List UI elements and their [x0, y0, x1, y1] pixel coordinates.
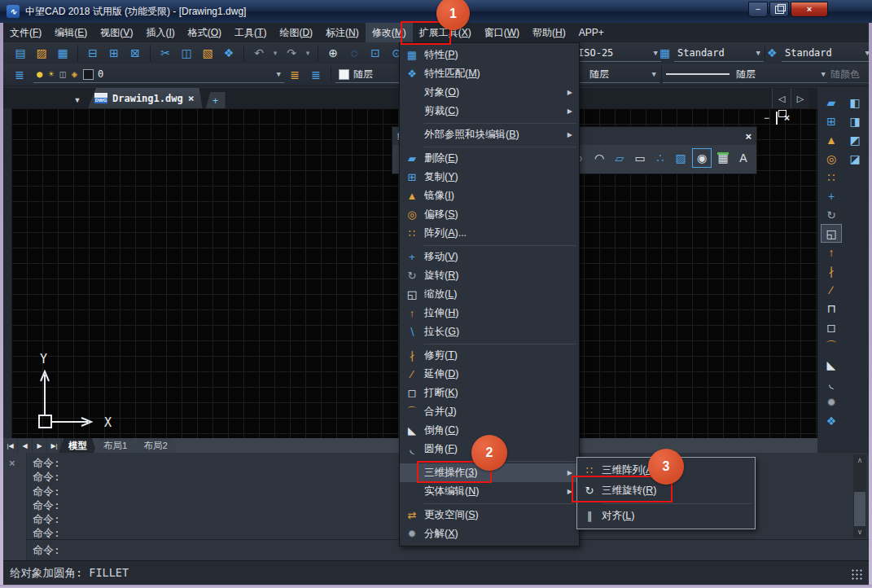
menu-item-lengthen[interactable]: ∖拉长(G): [400, 323, 579, 341]
doc-tab-close-icon[interactable]: ×: [188, 92, 195, 104]
publish-button[interactable]: ⊠: [125, 44, 145, 62]
linetype-combo[interactable]: 随层 ▼: [663, 66, 829, 83]
break-at-point-button[interactable]: ⊓: [821, 299, 842, 318]
send-to-back-button[interactable]: ◨: [844, 112, 865, 130]
layout-tab-布局2[interactable]: 布局2: [134, 438, 177, 453]
menu-item-object[interactable]: 对象(O)▶: [400, 83, 579, 102]
array-button[interactable]: ∷: [821, 168, 842, 186]
doc-tab-menu-button[interactable]: ▼: [68, 92, 86, 108]
redo-button[interactable]: ↷: [282, 44, 301, 62]
menu-item-rotate[interactable]: ↻旋转(R): [400, 266, 579, 285]
rotate-button[interactable]: ↻: [821, 205, 842, 224]
command-scrollbar[interactable]: ∧ ∨: [853, 454, 866, 538]
minimize-button[interactable]: −: [748, 2, 768, 17]
layout-nav-button-1[interactable]: ◀: [18, 438, 33, 453]
insert-block-button[interactable]: ▱: [611, 149, 629, 167]
menu-item-scale[interactable]: ◱缩放(L): [400, 285, 579, 304]
move-button[interactable]: +: [821, 186, 842, 205]
layer-manager-button[interactable]: ≣: [10, 66, 29, 84]
layout-nav-button-2[interactable]: ▶: [33, 438, 47, 453]
mtext-button[interactable]: A: [734, 149, 752, 167]
menu-item-stretch[interactable]: ↑拉伸(H): [400, 304, 579, 323]
menubar-item-dimension[interactable]: 标注(N): [319, 23, 366, 43]
arc-button[interactable]: ◠: [590, 149, 608, 167]
scroll-down-icon[interactable]: ∨: [853, 526, 866, 538]
trim-button[interactable]: ∤: [821, 261, 842, 280]
send-under-objects-button[interactable]: ◪: [844, 149, 865, 168]
menubar-item-edit[interactable]: 编辑(E): [48, 23, 94, 43]
plot-button[interactable]: ⊟: [83, 44, 103, 62]
menubar-item-window[interactable]: 窗口(W): [478, 23, 526, 43]
offset-button[interactable]: ◎: [821, 149, 842, 168]
menu-item-offset[interactable]: ◎偏移(S): [400, 205, 579, 224]
menu-item-break[interactable]: ◻打断(K): [400, 384, 579, 402]
close-button[interactable]: ×: [791, 2, 828, 17]
menu-item-properties[interactable]: ▦特性(P): [400, 46, 579, 64]
new-drawing-tab-button[interactable]: +: [206, 92, 226, 108]
layout-nav-button-0[interactable]: |◀: [3, 438, 18, 453]
plot-preview-button[interactable]: ⊞: [104, 44, 124, 62]
mirror-button[interactable]: ▲: [821, 130, 842, 149]
menu-item-change-space[interactable]: ⇄更改空间(S): [400, 506, 579, 524]
save-button[interactable]: ▦: [53, 44, 72, 62]
menu-item-move[interactable]: +移动(V): [400, 248, 579, 266]
menubar-item-file[interactable]: 文件(F): [3, 23, 48, 43]
menu-item-extend[interactable]: ∕延伸(D): [400, 365, 579, 384]
hatch-button[interactable]: ▨: [672, 149, 690, 167]
undo-button[interactable]: ↶: [249, 44, 269, 62]
extend-button[interactable]: ∕: [821, 280, 842, 299]
resize-grip[interactable]: [851, 568, 862, 580]
dim-style-combo[interactable]: ISO-25▼: [575, 45, 661, 62]
menu-item-copy[interactable]: ⊞复制(Y): [400, 168, 579, 186]
menu-item-xref-block-edit[interactable]: 外部参照和块编辑(B)▶: [400, 125, 579, 144]
text-style-combo[interactable]: Standard▼: [674, 45, 764, 62]
erase-button[interactable]: ▰: [821, 93, 842, 112]
scrollbar-thumb[interactable]: [854, 492, 865, 526]
explode-button[interactable]: ✹: [821, 393, 842, 411]
menubar-item-help[interactable]: 帮助(H): [526, 23, 572, 43]
copy-button[interactable]: ⊞: [821, 112, 842, 130]
bring-above-objects-button[interactable]: ◩: [844, 130, 865, 149]
menu-item-solid-editing[interactable]: 实体编辑(N)▶: [400, 482, 579, 501]
layer-previous-button[interactable]: ≣: [285, 66, 305, 84]
zoom-realtime-button[interactable]: ◌: [344, 44, 364, 62]
menu-item-trim[interactable]: ∤修剪(T): [400, 346, 579, 365]
match-properties-button[interactable]: ❖: [219, 44, 239, 62]
fillet-button[interactable]: ◟: [821, 374, 842, 393]
mdi-restore-button[interactable]: [776, 113, 778, 123]
cut-button[interactable]: ✂: [156, 44, 175, 62]
new-button[interactable]: ▤: [11, 44, 30, 62]
stretch-button[interactable]: ↑: [821, 243, 842, 261]
menubar-item-format[interactable]: 格式(O): [182, 23, 228, 43]
menubar-item-insert[interactable]: 插入(I): [139, 23, 181, 43]
viewport-button[interactable]: ▭: [631, 149, 649, 167]
zoom-window-button[interactable]: ⊡: [366, 44, 385, 62]
bring-to-front-button[interactable]: ◧: [844, 93, 865, 112]
command-close-icon[interactable]: ×: [9, 457, 15, 469]
menubar-item-view[interactable]: 视图(V): [94, 23, 139, 43]
explode-attributes-button[interactable]: ❖: [821, 411, 842, 430]
menubar-item-draw[interactable]: 绘图(D): [273, 23, 319, 43]
break-button[interactable]: ◻: [821, 318, 842, 336]
pan-button[interactable]: ⊕: [323, 44, 343, 62]
layout-tab-模型[interactable]: 模型: [59, 438, 97, 453]
doc-tab-drawing1[interactable]: DWG Drawing1.dwg ×: [88, 88, 203, 108]
open-button[interactable]: ▨: [32, 44, 51, 62]
scale-button[interactable]: ◱: [821, 224, 842, 243]
menu-item-explode[interactable]: ✹分解(X): [400, 524, 579, 543]
menubar-item-app-plus[interactable]: APP+: [572, 24, 611, 42]
menu-item-join[interactable]: ⌒合并(J): [400, 402, 579, 421]
layer-combo[interactable]: ●☀◫◈ 0 ▼: [33, 66, 284, 83]
command-prompt[interactable]: 命令:: [33, 543, 60, 558]
layout-tab-布局1[interactable]: 布局1: [94, 438, 137, 453]
color-combo[interactable]: 随层: [335, 66, 407, 83]
undo-dropdown-button[interactable]: ▾: [270, 44, 280, 62]
paste-button[interactable]: ▧: [198, 44, 217, 62]
menu-item-clip[interactable]: 剪裁(C)▶: [400, 102, 579, 121]
menu-item-match-properties[interactable]: ❖特性匹配(M): [400, 64, 579, 83]
copy-clip-button[interactable]: ◫: [177, 44, 196, 62]
table-style-combo[interactable]: Standard▼: [782, 45, 872, 62]
submenu-item-align[interactable]: ∥对齐(L): [577, 506, 755, 526]
menu-item-array[interactable]: ∷阵列(A)...: [400, 224, 579, 243]
menu-item-mirror[interactable]: ▲镜像(I): [400, 186, 579, 205]
